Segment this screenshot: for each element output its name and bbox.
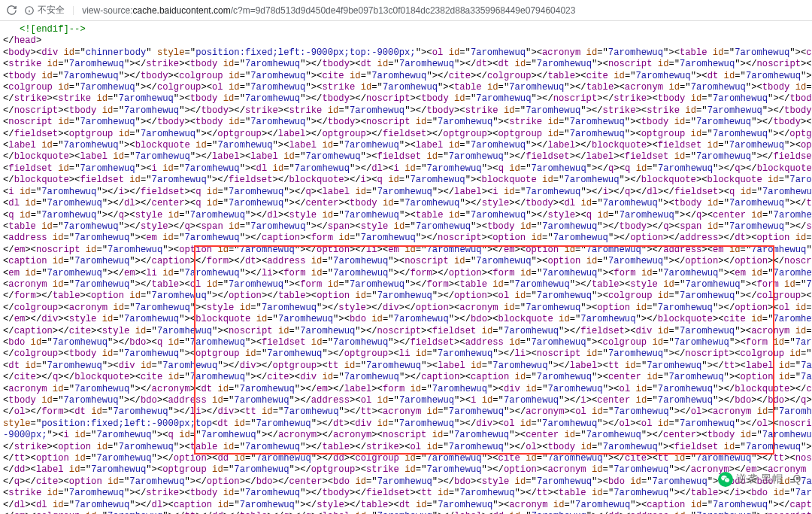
info-icon	[24, 5, 35, 16]
wechat-icon	[718, 472, 733, 487]
source-code[interactable]: <![endif]--> </head> <body><div id="chin…	[3, 24, 812, 514]
watermark: 逆袭 黑帽 Q	[718, 472, 801, 487]
reload-icon[interactable]	[5, 4, 18, 17]
url-scheme: view-source:	[82, 5, 132, 16]
insecure-label: 不安全	[38, 4, 65, 17]
browser-toolbar: 不安全 | view-source:cache.baiducontent.com…	[0, 0, 812, 21]
url-host: cache.baiducontent.com	[133, 5, 231, 16]
url-path: /c?m=9d78d513d9d450de4f9be097b13c0f0184d…	[231, 5, 576, 16]
insecure-indicator[interactable]: 不安全	[24, 4, 65, 17]
address-bar[interactable]: view-source:cache.baiducontent.com/c?m=9…	[82, 5, 575, 16]
watermark-text: 逆袭	[736, 473, 758, 486]
source-viewport: <![endif]--> </head> <body><div id="chin…	[0, 21, 812, 514]
watermark-extra: 黑帽 Q	[761, 473, 801, 486]
